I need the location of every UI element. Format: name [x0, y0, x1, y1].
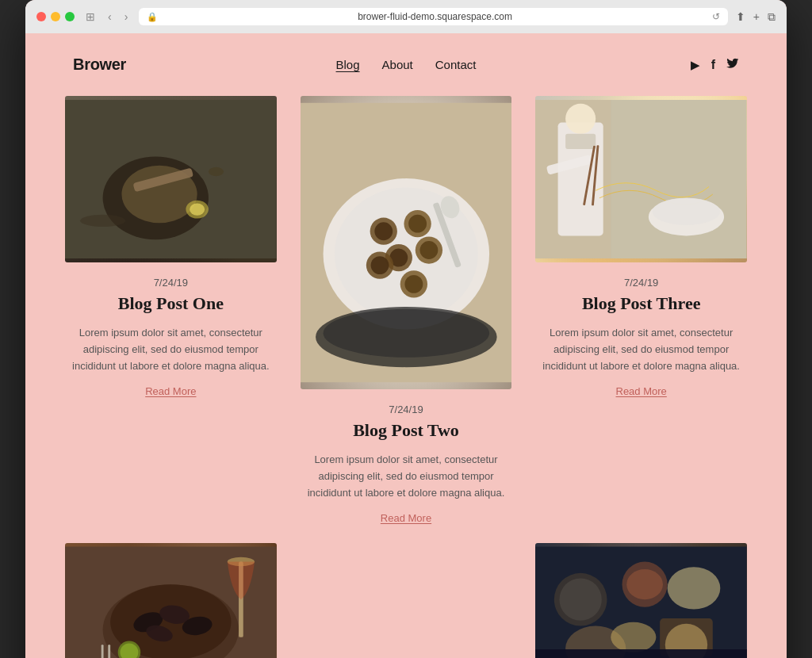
svg-point-54: [560, 579, 602, 621]
nav-link-contact[interactable]: Contact: [435, 58, 477, 71]
svg-rect-50: [102, 645, 104, 658]
post-2-date: 7/24/19: [301, 404, 512, 415]
address-bar[interactable]: [163, 11, 707, 22]
duplicate-tab-icon[interactable]: ⧉: [768, 10, 776, 24]
post-2-title: Blog Post Two: [301, 420, 512, 441]
svg-point-16: [408, 215, 427, 233]
website-content: Brower Blog About Contact ▶ f: [25, 33, 787, 658]
svg-point-38: [653, 198, 721, 225]
post-2-meta: 7/24/19 Blog Post Two Lorem ipsum dolor …: [301, 404, 512, 524]
svg-point-5: [209, 167, 224, 176]
nav-link-about[interactable]: About: [382, 58, 413, 71]
forward-button[interactable]: ›: [121, 9, 132, 25]
blog-row-2: Create a Site Like This Free trial. Inst…: [25, 524, 787, 658]
post-1-excerpt: Lorem ipsum dolor sit amet, consectetur …: [65, 325, 277, 374]
svg-point-61: [611, 622, 657, 652]
back-button[interactable]: ‹: [105, 9, 115, 25]
fullscreen-button[interactable]: [65, 12, 75, 21]
twitter-icon[interactable]: [726, 58, 739, 71]
sidebar-toggle-icon[interactable]: ⊞: [82, 9, 98, 25]
browser-window: ⊞ ‹ › 🔒 ↺ ⬆ + ⧉ Brower Blog About Contac…: [25, 0, 787, 658]
svg-point-24: [404, 275, 423, 293]
reload-icon[interactable]: ↺: [712, 11, 720, 22]
svg-point-22: [370, 256, 389, 274]
svg-point-32: [565, 104, 596, 134]
post-2-excerpt: Lorem ipsum dolor sit amet, consectetur …: [301, 452, 512, 501]
post-3-image: [535, 96, 747, 262]
svg-rect-51: [108, 645, 110, 658]
add-tab-icon[interactable]: +: [753, 10, 760, 23]
squarespace-badge[interactable]: Create a Site Like This Free trial. Inst…: [535, 649, 747, 658]
post-2-image: [301, 96, 512, 389]
nav-links: Blog About Contact: [336, 58, 477, 71]
svg-rect-33: [565, 134, 596, 149]
browser-controls: ⊞ ‹ ›: [82, 9, 131, 25]
post-2-read-more[interactable]: Read More: [301, 512, 512, 524]
nav-link-blog[interactable]: Blog: [336, 58, 360, 71]
navigation: Brower Blog About Contact ▶ f: [25, 33, 787, 96]
youtube-icon[interactable]: ▶: [691, 58, 700, 72]
lock-icon: 🔒: [147, 12, 158, 22]
svg-point-9: [190, 203, 205, 215]
svg-point-56: [627, 569, 664, 599]
post-3-meta: 7/24/19 Blog Post Three Lorem ipsum dolo…: [535, 277, 747, 397]
site-logo[interactable]: Brower: [73, 55, 126, 74]
social-links: ▶ f: [691, 58, 739, 72]
blog-post-1: 7/24/19 Blog Post One Lorem ipsum dolor …: [65, 96, 293, 524]
close-button[interactable]: [36, 12, 46, 21]
post-4-image: [65, 543, 277, 658]
post-1-title: Blog Post One: [65, 293, 277, 314]
post-1-meta: 7/24/19 Blog Post One Lorem ipsum dolor …: [65, 277, 277, 397]
post-1-date: 7/24/19: [65, 277, 277, 289]
svg-point-20: [419, 241, 438, 259]
svg-point-57: [668, 568, 721, 610]
facebook-icon[interactable]: f: [711, 58, 715, 72]
browser-chrome: ⊞ ‹ › 🔒 ↺ ⬆ + ⧉: [25, 0, 787, 33]
blog-row-1: 7/24/19 Blog Post One Lorem ipsum dolor …: [25, 96, 787, 524]
charcuterie-image-container: Create a Site Like This Free trial. Inst…: [535, 543, 747, 658]
blog-post-4: [65, 543, 293, 658]
blog-post-3: 7/24/19 Blog Post Three Lorem ipsum dolo…: [519, 96, 747, 524]
post-5-image: [535, 543, 747, 658]
post-3-title: Blog Post Three: [535, 293, 747, 314]
traffic-lights: [36, 12, 75, 21]
svg-point-7: [80, 215, 125, 227]
post-1-image: [65, 96, 277, 262]
post-3-read-more[interactable]: Read More: [535, 385, 747, 397]
blog-post-5-right: Create a Site Like This Free trial. Inst…: [519, 543, 747, 658]
svg-point-14: [374, 222, 393, 240]
share-icon[interactable]: ⬆: [736, 10, 745, 23]
minimize-button[interactable]: [51, 12, 60, 21]
post-3-excerpt: Lorem ipsum dolor sit amet, consectetur …: [535, 325, 747, 374]
address-bar-container[interactable]: 🔒 ↺: [139, 8, 727, 25]
blog-post-2: 7/24/19 Blog Post Two Lorem ipsum dolor …: [293, 96, 520, 524]
svg-point-28: [323, 309, 489, 358]
blog-spacer: [293, 543, 520, 658]
browser-actions: ⬆ + ⧉: [736, 10, 776, 24]
post-3-date: 7/24/19: [535, 277, 747, 289]
post-1-read-more[interactable]: Read More: [65, 385, 277, 397]
